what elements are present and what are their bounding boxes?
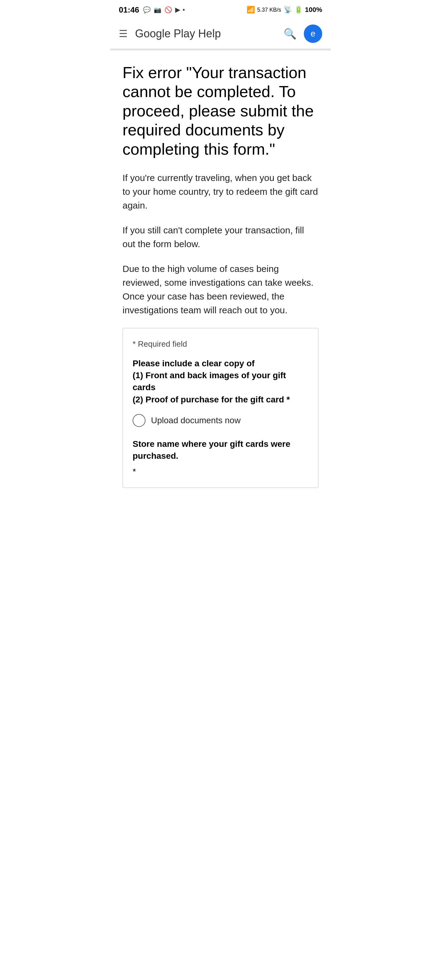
time-display: 01:46 xyxy=(119,5,139,15)
messenger-icon: 💬 xyxy=(143,6,151,13)
battery-icon: 🔋 xyxy=(294,6,302,14)
body-paragraph-3: Due to the high volume of cases being re… xyxy=(123,262,318,317)
youtube-icon: ▶ xyxy=(175,6,180,13)
main-content: Fix error "Your transaction cannot be co… xyxy=(110,51,331,500)
app-bar-right: 🔍 e xyxy=(283,24,322,43)
store-name-section: Store name where your gift cards were pu… xyxy=(133,438,308,477)
store-name-asterisk: * xyxy=(133,467,308,477)
body-paragraph-1: If you're currently traveling, when you … xyxy=(123,171,318,212)
wifi-icon: 📡 xyxy=(283,6,292,14)
status-notification-icons: 💬 📷 🚫 ▶ • xyxy=(143,6,185,13)
signal-icon: 📶 xyxy=(247,6,255,14)
radio-upload-circle[interactable] xyxy=(133,414,145,427)
status-system-icons: 📶 5.37 KB/s 📡 🔋 100% xyxy=(247,6,322,14)
form-section-title-text: Please include a clear copy of (1) Front… xyxy=(133,359,290,404)
status-time: 01:46 💬 📷 🚫 ▶ • xyxy=(119,5,185,15)
avatar[interactable]: e xyxy=(304,24,322,43)
app-bar-left: ☰ Google Play Help xyxy=(119,27,221,40)
app-bar: ☰ Google Play Help 🔍 e xyxy=(110,18,331,49)
blocked-icon: 🚫 xyxy=(164,6,172,13)
hamburger-menu-icon[interactable]: ☰ xyxy=(119,28,128,40)
app-title: Google Play Help xyxy=(135,27,221,40)
radio-upload-label: Upload documents now xyxy=(151,415,241,425)
form-section-title: Please include a clear copy of (1) Front… xyxy=(133,357,308,406)
network-speed: 5.37 KB/s xyxy=(257,7,281,13)
store-name-title: Store name where your gift cards were pu… xyxy=(133,438,308,462)
instagram-icon: 📷 xyxy=(154,6,161,13)
status-bar: 01:46 💬 📷 🚫 ▶ • 📶 5.37 KB/s 📡 🔋 100% xyxy=(110,0,331,18)
status-right-area: 📶 5.37 KB/s 📡 🔋 100% xyxy=(247,6,322,14)
battery-percent: 100% xyxy=(305,6,322,14)
required-label: * Required field xyxy=(133,339,308,349)
page-title: Fix error "Your transaction cannot be co… xyxy=(123,63,318,159)
form-box: * Required field Please include a clear … xyxy=(123,328,318,488)
dot-icon: • xyxy=(183,6,185,13)
search-icon[interactable]: 🔍 xyxy=(283,27,296,40)
radio-upload-option[interactable]: Upload documents now xyxy=(133,414,308,427)
body-paragraph-2: If you still can't complete your transac… xyxy=(123,223,318,251)
